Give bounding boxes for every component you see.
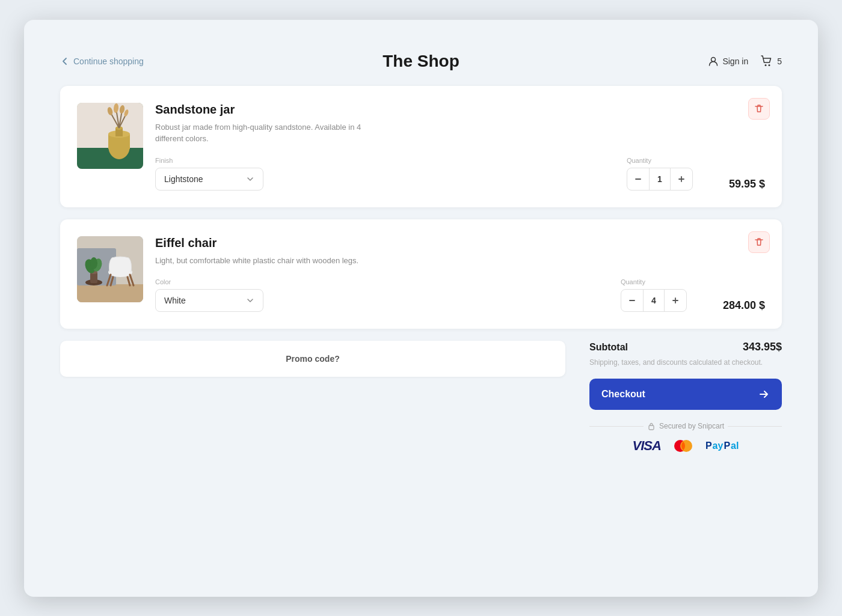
cart-item-sandstone-jar: Sandstone jar Robust jar made from high-… — [60, 86, 782, 207]
subtotal-row: Subtotal 343.95$ — [589, 341, 782, 353]
browser-frame: Continue shopping The Shop Sign in — [24, 20, 818, 597]
delete-sandstone-jar-button[interactable] — [748, 98, 770, 120]
finish-label: Finish — [155, 157, 627, 164]
arrow-left-icon — [60, 56, 70, 66]
finish-option-group: Finish Lightstone — [155, 157, 627, 191]
promo-box[interactable]: Promo code? — [60, 341, 565, 377]
bottom-section: Promo code? Subtotal 343.95$ Shipping, t… — [60, 341, 782, 454]
svg-point-1 — [765, 64, 767, 66]
sandstone-jar-image — [77, 103, 143, 169]
quantity-control-eiffel-chair: 4 — [621, 289, 687, 312]
item-description-eiffel-chair: Light, but comfortable white plastic cha… — [155, 255, 384, 267]
item-name-eiffel-chair: Eiffel chair — [155, 236, 765, 250]
item-options-row-eiffel-chair: Color White Quantity — [155, 278, 765, 312]
security-label: Secured by Snipcart — [589, 422, 782, 430]
item-price-eiffel-chair: 284.00 $ — [723, 299, 765, 312]
header: Continue shopping The Shop Sign in — [60, 38, 782, 86]
svg-rect-22 — [77, 284, 143, 302]
mastercard-icon — [671, 438, 696, 454]
payment-icons: VISA PayPal — [633, 438, 739, 454]
header-actions: Sign in 5 — [708, 55, 782, 68]
item-details-sandstone-jar: Sandstone jar Robust jar made from high-… — [155, 103, 765, 191]
user-icon — [708, 56, 719, 67]
subtotal-label: Subtotal — [589, 342, 628, 353]
quantity-increase-sandstone-jar[interactable] — [671, 168, 692, 190]
quantity-decrease-sandstone-jar[interactable] — [627, 168, 649, 190]
quantity-value-sandstone-jar: 1 — [649, 168, 671, 190]
product-image-eiffel-chair — [77, 236, 143, 302]
svg-point-0 — [711, 57, 716, 61]
svg-point-2 — [769, 64, 770, 66]
delete-eiffel-chair-button[interactable] — [748, 231, 770, 253]
chevron-down-icon — [246, 296, 254, 305]
product-image-sandstone-jar — [77, 103, 143, 169]
svg-rect-38 — [649, 425, 654, 430]
trash-icon — [754, 104, 764, 114]
finish-select[interactable]: Lightstone — [155, 168, 263, 191]
item-description-sandstone-jar: Robust jar made from high-quality sandst… — [155, 121, 384, 145]
promo-section: Promo code? — [60, 341, 565, 377]
promo-label: Promo code? — [286, 354, 339, 364]
cart-icon — [760, 55, 773, 68]
quantity-label-eiffel-chair: Quantity — [621, 278, 645, 285]
item-details-eiffel-chair: Eiffel chair Light, but comfortable whit… — [155, 236, 765, 313]
chevron-down-icon — [246, 175, 254, 183]
svg-point-34 — [90, 257, 97, 269]
page-title: The Shop — [383, 52, 459, 71]
quantity-increase-eiffel-chair[interactable] — [665, 290, 686, 311]
item-options-row-sandstone-jar: Finish Lightstone Quantity — [155, 157, 765, 191]
quantity-group-sandstone-jar: Quantity 1 — [627, 157, 693, 191]
minus-icon — [628, 297, 636, 304]
lock-icon — [647, 422, 656, 430]
cart-count: 5 — [777, 56, 782, 66]
quantity-decrease-eiffel-chair[interactable] — [621, 290, 643, 311]
plus-icon — [672, 297, 679, 304]
checkout-button[interactable]: Checkout — [589, 379, 782, 410]
quantity-label-sandstone-jar: Quantity — [627, 157, 651, 164]
item-name-sandstone-jar: Sandstone jar — [155, 103, 765, 117]
visa-icon: VISA — [633, 438, 661, 454]
cart-button[interactable]: 5 — [760, 55, 782, 68]
eiffel-chair-image — [77, 236, 143, 302]
security-section: Secured by Snipcart VISA PayPal — [589, 422, 782, 454]
quantity-value-eiffel-chair: 4 — [643, 290, 665, 311]
trash-icon — [754, 237, 764, 247]
cart-item-eiffel-chair: Eiffel chair Light, but comfortable whit… — [60, 219, 782, 329]
minus-icon — [635, 175, 642, 183]
checkout-section: Subtotal 343.95$ Shipping, taxes, and di… — [589, 341, 782, 454]
quantity-group-eiffel-chair: Quantity 4 — [621, 278, 687, 312]
color-select[interactable]: White — [155, 289, 263, 312]
arrow-right-icon — [758, 388, 770, 400]
paypal-icon: PayPal — [705, 441, 739, 451]
sign-in-button[interactable]: Sign in — [708, 56, 748, 67]
color-option-group: Color White — [155, 278, 621, 312]
item-price-sandstone-jar: 59.95 $ — [729, 178, 765, 191]
checkout-note: Shipping, taxes, and discounts calculate… — [589, 358, 782, 367]
continue-shopping-link[interactable]: Continue shopping — [60, 56, 144, 66]
plus-icon — [678, 175, 685, 183]
quantity-control-sandstone-jar: 1 — [627, 168, 693, 191]
subtotal-value: 343.95$ — [743, 341, 782, 353]
color-label: Color — [155, 278, 621, 285]
